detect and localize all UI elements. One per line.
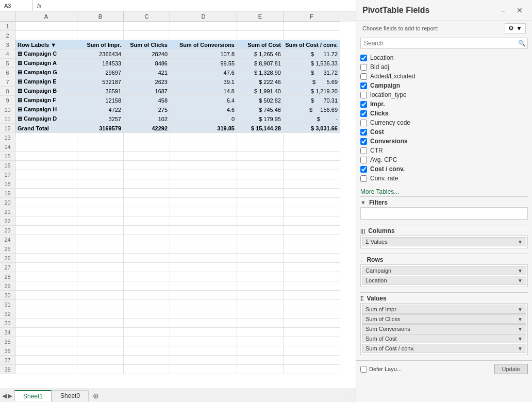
cell[interactable]: [15, 337, 77, 346]
cell[interactable]: [237, 133, 284, 142]
clicks-value[interactable]: 421: [124, 68, 170, 77]
rows-location-arrow[interactable]: ▼: [518, 278, 523, 283]
cell[interactable]: [15, 254, 77, 263]
field-checkbox-impr[interactable]: [360, 101, 367, 108]
add-sheet-button[interactable]: ⊕: [89, 391, 103, 401]
values-sum-conversions-arrow[interactable]: ▼: [518, 326, 523, 332]
cell[interactable]: [170, 263, 237, 272]
cell[interactable]: [124, 142, 170, 152]
options-icon[interactable]: ⋯: [346, 392, 352, 399]
cell[interactable]: [15, 133, 77, 142]
field-checkbox-conversions[interactable]: [360, 138, 367, 145]
cell[interactable]: [124, 328, 170, 337]
col-header-b[interactable]: B: [77, 11, 124, 22]
cell[interactable]: [15, 226, 77, 235]
cell[interactable]: [15, 216, 77, 226]
cell[interactable]: [77, 235, 124, 244]
field-item-location-type[interactable]: location_type: [360, 90, 528, 99]
cell[interactable]: [284, 254, 340, 263]
cell[interactable]: [77, 254, 124, 263]
campaign-name[interactable]: ⊞ Campaign A: [15, 59, 77, 68]
cell[interactable]: [124, 272, 170, 281]
cell[interactable]: [124, 179, 170, 189]
campaign-name[interactable]: ⊞ Campaign B: [15, 87, 77, 96]
conversions-value[interactable]: 39.1: [170, 77, 237, 87]
cost-value[interactable]: $ 745.48: [237, 105, 284, 114]
cell[interactable]: [15, 142, 77, 152]
conversions-value[interactable]: 6.4: [170, 96, 237, 105]
field-checkbox-clicks[interactable]: [360, 110, 367, 117]
col-row-labels[interactable]: Row Labels ▼: [15, 40, 77, 49]
field-item-cost-conv[interactable]: Cost / conv.: [360, 164, 528, 174]
col-sum-impr[interactable]: Sum of Impr.: [77, 40, 124, 49]
cell[interactable]: [284, 244, 340, 254]
field-checkbox-currency-code[interactable]: [360, 120, 367, 126]
cell[interactable]: [124, 356, 170, 365]
cell[interactable]: [15, 291, 77, 300]
cell[interactable]: [77, 337, 124, 346]
cost-value[interactable]: $ 502.82: [237, 96, 284, 105]
cell[interactable]: [284, 216, 340, 226]
more-tables-link[interactable]: More Tables...: [356, 187, 532, 196]
clicks-value[interactable]: 28240: [124, 49, 170, 59]
cell[interactable]: [15, 328, 77, 337]
cell[interactable]: [124, 152, 170, 161]
cell[interactable]: [15, 207, 77, 216]
conversions-value[interactable]: 47.6: [170, 68, 237, 77]
col-header-c[interactable]: C: [124, 11, 170, 22]
cell[interactable]: [237, 152, 284, 161]
cell[interactable]: [124, 133, 170, 142]
cell[interactable]: [170, 281, 237, 291]
cell[interactable]: [284, 337, 340, 346]
field-checkbox-cost-conv[interactable]: [360, 166, 367, 173]
impr-value[interactable]: 532187: [77, 77, 124, 87]
cell[interactable]: [77, 328, 124, 337]
conversions-value[interactable]: 99.55: [170, 59, 237, 68]
values-drop-zone[interactable]: Sum of Impr. ▼ Sum of Clicks ▼ Sum Conve…: [360, 303, 528, 355]
cell[interactable]: [237, 365, 284, 374]
cell[interactable]: [237, 207, 284, 216]
cell[interactable]: [237, 179, 284, 189]
cell[interactable]: [170, 356, 237, 365]
cell[interactable]: [170, 207, 237, 216]
cell[interactable]: [237, 22, 284, 31]
sheet-tab-sheet0[interactable]: Sheet0: [52, 390, 89, 401]
cell[interactable]: [170, 272, 237, 281]
cell[interactable]: [237, 356, 284, 365]
field-item-added-excluded[interactable]: Added/Excluded: [360, 72, 528, 81]
cell[interactable]: [124, 235, 170, 244]
field-checkbox-location-type[interactable]: [360, 92, 367, 98]
cell[interactable]: [237, 235, 284, 244]
cell[interactable]: [124, 281, 170, 291]
cell[interactable]: [77, 189, 124, 198]
cell[interactable]: [77, 198, 124, 207]
cell[interactable]: [77, 300, 124, 309]
cell[interactable]: [170, 328, 237, 337]
col-sum-conversions[interactable]: Sum of Conversions: [170, 40, 237, 49]
cell[interactable]: [237, 300, 284, 309]
cell[interactable]: [284, 235, 340, 244]
cell[interactable]: [237, 281, 284, 291]
cell[interactable]: [170, 22, 237, 31]
cell[interactable]: [15, 31, 77, 40]
tab-navigation[interactable]: ◀ ▶: [0, 392, 14, 399]
cost-conv-value[interactable]: $ 1,536.33: [284, 59, 340, 68]
cell[interactable]: [284, 31, 340, 40]
cell[interactable]: [284, 161, 340, 170]
cell[interactable]: [284, 22, 340, 31]
field-checkbox-conv-rate[interactable]: [360, 175, 367, 182]
cell[interactable]: [237, 272, 284, 281]
cell[interactable]: [237, 216, 284, 226]
impr-value[interactable]: 29697: [77, 68, 124, 77]
col-sum-cost-conv[interactable]: Sum of Cost / conv.: [284, 40, 340, 49]
minimize-icon[interactable]: –: [497, 4, 509, 16]
cost-conv-value[interactable]: $ -: [284, 114, 340, 124]
cell[interactable]: [124, 226, 170, 235]
cell[interactable]: [170, 179, 237, 189]
cell[interactable]: [170, 337, 237, 346]
cost-value[interactable]: $ 179.95: [237, 114, 284, 124]
field-item-conv-rate[interactable]: Conv. rate: [360, 174, 528, 183]
cell[interactable]: [124, 365, 170, 374]
cost-value[interactable]: $ 1,265.46: [237, 49, 284, 59]
cell[interactable]: [124, 189, 170, 198]
